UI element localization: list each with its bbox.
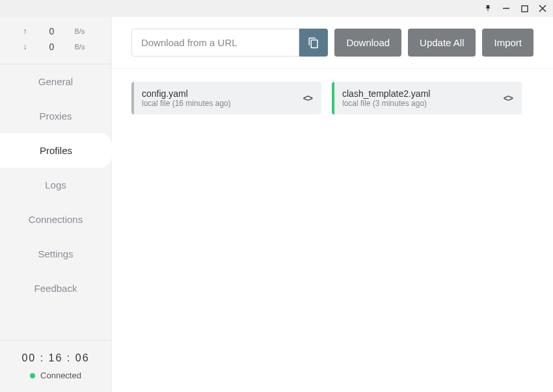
traffic-down-value: 0 (42, 42, 62, 52)
code-icon[interactable]: <> (303, 93, 321, 103)
uptime: 00 : 16 : 06 (0, 352, 111, 364)
profile-card[interactable]: config.yaml local file (16 minutes ago) … (131, 82, 321, 114)
minimize-icon[interactable] (501, 3, 511, 14)
profile-card[interactable]: clash_template2.yaml local file (3 minut… (332, 82, 522, 114)
nav-profiles[interactable]: Profiles (0, 133, 112, 168)
pin-icon[interactable] (483, 3, 493, 14)
profile-meta: local file (3 minutes ago) (342, 99, 504, 108)
sidebar: ↑ 0 B/s ↓ 0 B/s General Proxies Profiles… (0, 17, 112, 392)
profile-name: clash_template2.yaml (342, 88, 504, 99)
svg-rect-0 (503, 8, 509, 9)
traffic-up: ↑ 0 B/s (0, 23, 111, 39)
sidebar-footer: 00 : 16 : 06 Connected (0, 340, 111, 392)
profile-name: config.yaml (142, 88, 303, 99)
nav-connections[interactable]: Connections (0, 202, 111, 237)
main: Download Update All Import config.yaml l… (112, 17, 553, 392)
app-container: ↑ 0 B/s ↓ 0 B/s General Proxies Profiles… (0, 17, 553, 392)
update-all-button[interactable]: Update All (408, 29, 476, 57)
profile-meta: local file (16 minutes ago) (142, 99, 303, 108)
status-label: Connected (40, 371, 81, 380)
profile-info: clash_template2.yaml local file (3 minut… (334, 88, 504, 108)
traffic-up-value: 0 (42, 26, 62, 36)
arrow-up-icon: ↑ (21, 27, 29, 36)
download-button[interactable]: Download (334, 29, 401, 57)
profiles-grid: config.yaml local file (16 minutes ago) … (112, 69, 553, 127)
traffic-panel: ↑ 0 B/s ↓ 0 B/s (0, 17, 111, 64)
traffic-up-unit: B/s (75, 27, 90, 35)
paste-button[interactable] (299, 29, 328, 57)
traffic-down: ↓ 0 B/s (0, 39, 111, 55)
titlebar (0, 0, 553, 17)
nav: General Proxies Profiles Logs Connection… (0, 64, 111, 340)
import-button[interactable]: Import (482, 29, 533, 57)
profile-info: config.yaml local file (16 minutes ago) (134, 88, 303, 108)
svg-rect-1 (521, 5, 527, 11)
status-dot-icon (30, 373, 35, 378)
url-group (131, 29, 328, 57)
connection-status: Connected (0, 371, 111, 380)
nav-feedback[interactable]: Feedback (0, 271, 111, 306)
url-input[interactable] (131, 29, 299, 57)
nav-logs[interactable]: Logs (0, 168, 111, 202)
nav-general[interactable]: General (0, 64, 111, 99)
maximize-icon[interactable] (519, 3, 530, 14)
code-icon[interactable]: <> (504, 93, 522, 103)
arrow-down-icon: ↓ (21, 42, 29, 51)
nav-settings[interactable]: Settings (0, 237, 111, 271)
close-icon[interactable] (537, 3, 548, 14)
nav-proxies[interactable]: Proxies (0, 99, 111, 133)
paste-icon (308, 37, 319, 49)
traffic-down-unit: B/s (75, 43, 90, 51)
toolbar: Download Update All Import (112, 17, 553, 69)
